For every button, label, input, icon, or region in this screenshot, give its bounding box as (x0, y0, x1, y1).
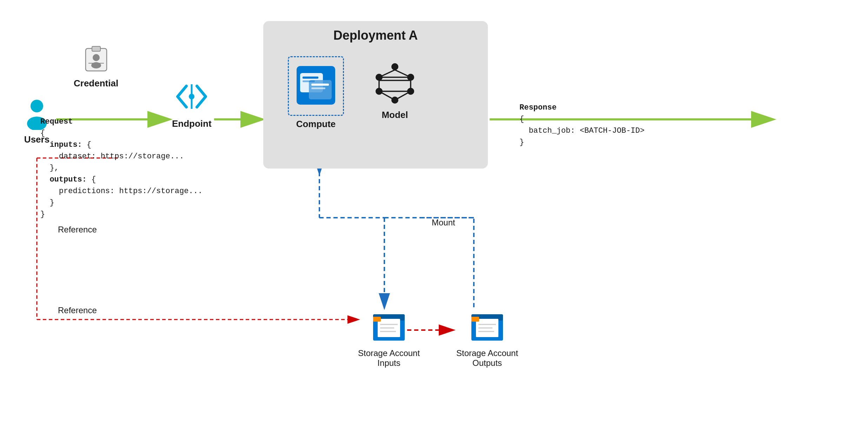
svg-rect-32 (309, 80, 332, 99)
svg-rect-35 (311, 84, 329, 86)
endpoint-label: Endpoint (172, 118, 212, 129)
endpoint-icon (174, 79, 209, 116)
credential-box: Credential (74, 46, 118, 89)
storage-inputs: Storage Account Inputs (358, 309, 420, 368)
model-box: Model (372, 60, 418, 120)
model-icon (372, 60, 418, 107)
response-code: Response { batch_job: <BATCH-JOB-ID> } (519, 102, 644, 148)
response-label: Response (519, 103, 557, 112)
compute-label: Compute (296, 119, 336, 130)
deployment-box: Deployment A (263, 21, 488, 169)
svg-rect-33 (303, 77, 318, 79)
storage-inputs-icon (371, 309, 406, 346)
endpoint-box: Endpoint (172, 79, 212, 129)
storage-outputs-label: Storage Account Outputs (456, 348, 518, 368)
mount-label: Mount (432, 218, 455, 228)
request-label: Request (40, 117, 73, 126)
diagram-container: Users Request { inputs: { dataset: https… (0, 0, 868, 434)
svg-line-48 (395, 91, 411, 100)
svg-point-20 (31, 100, 43, 112)
credential-icon (82, 46, 110, 75)
svg-point-24 (93, 54, 100, 61)
deployment-title: Deployment A (270, 28, 481, 43)
svg-line-43 (379, 70, 395, 77)
storage-inputs-label: Storage Account Inputs (358, 348, 420, 368)
compute-icon (295, 64, 337, 108)
svg-point-37 (392, 64, 398, 70)
storage-outputs-icon (470, 309, 505, 346)
svg-line-44 (395, 70, 411, 77)
credential-label: Credential (74, 78, 118, 89)
svg-line-47 (379, 91, 395, 100)
request-code: Request { inputs: { dataset: https://sto… (40, 116, 203, 220)
svg-rect-34 (303, 80, 315, 82)
reference-label-1: Reference (58, 225, 97, 235)
model-label: Model (382, 110, 408, 120)
reference-label-2: Reference (58, 305, 97, 315)
svg-rect-23 (92, 46, 100, 51)
svg-rect-55 (373, 317, 381, 322)
svg-rect-62 (471, 317, 479, 322)
storage-outputs: Storage Account Outputs (456, 309, 518, 368)
svg-rect-36 (311, 87, 325, 89)
compute-dashed-box (288, 56, 344, 116)
